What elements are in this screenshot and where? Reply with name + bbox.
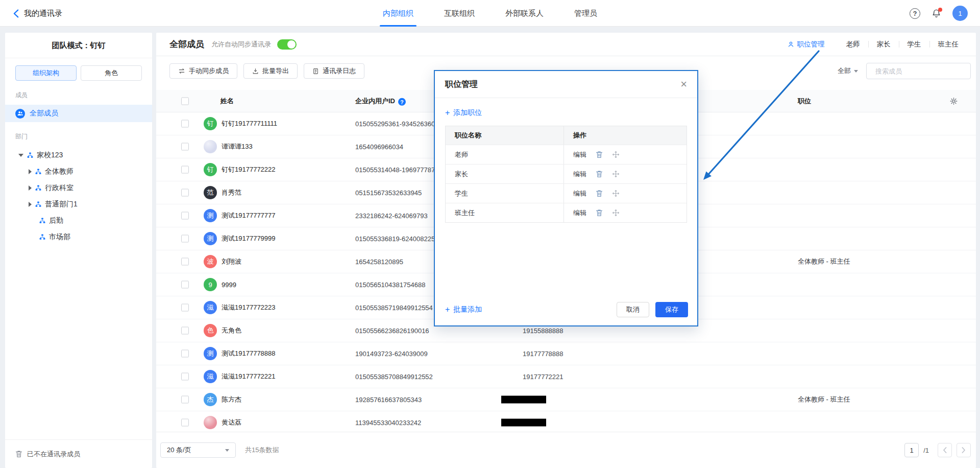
caret-right-icon[interactable] bbox=[29, 185, 32, 191]
caret-right-icon[interactable] bbox=[29, 169, 32, 174]
tree-item-1[interactable]: 家校123 bbox=[5, 147, 152, 163]
position-manage-link[interactable]: 职位管理 bbox=[788, 40, 825, 49]
edit-button[interactable]: 编辑 bbox=[573, 150, 586, 159]
tree-item-3[interactable]: 行政科室 bbox=[5, 180, 152, 196]
add-position-link[interactable]: + 添加职位 bbox=[445, 108, 482, 118]
segment-button-2[interactable]: 角色 bbox=[81, 65, 142, 81]
member-user-id: 1654258120895 bbox=[355, 258, 403, 266]
row-checkbox[interactable] bbox=[181, 373, 189, 381]
back-button[interactable]: 我的通讯录 bbox=[13, 0, 62, 27]
position-row: 班主任编辑 bbox=[446, 203, 687, 222]
segment-button-1[interactable]: 组织架构 bbox=[15, 65, 77, 81]
caret-right-icon[interactable] bbox=[29, 202, 32, 207]
tab-4[interactable]: 管理员 bbox=[574, 0, 597, 27]
col-position-name: 职位名称 bbox=[446, 126, 564, 145]
sidebar-item-all-members[interactable]: 全部成员 bbox=[5, 105, 152, 122]
position-tag-1[interactable]: 老师 bbox=[838, 40, 868, 49]
tree-item-2[interactable]: 全体教师 bbox=[5, 163, 152, 180]
position-name: 老师 bbox=[446, 145, 564, 164]
page-title: 全部成员 bbox=[169, 38, 204, 50]
close-icon[interactable]: × bbox=[680, 79, 687, 90]
position-row: 老师编辑 bbox=[446, 145, 687, 164]
row-checkbox[interactable] bbox=[181, 235, 189, 243]
toolbar-button-2[interactable]: 批量导出 bbox=[243, 63, 298, 79]
row-checkbox[interactable] bbox=[181, 258, 189, 266]
team-mode-title: 团队模式：钉钉 bbox=[5, 33, 152, 51]
page-size-select[interactable]: 20 条/页 bbox=[160, 442, 236, 458]
sync-toggle[interactable] bbox=[277, 39, 297, 50]
row-checkbox[interactable] bbox=[181, 120, 189, 128]
org-chart-icon bbox=[39, 234, 45, 240]
trash-icon[interactable] bbox=[596, 170, 603, 178]
row-checkbox[interactable] bbox=[181, 281, 189, 289]
col-position: 职位 bbox=[798, 97, 811, 106]
modal-footer: + 批量添加 取消 保存 bbox=[435, 294, 697, 325]
position-tag-3[interactable]: 学生 bbox=[899, 40, 929, 49]
sidebar: 团队模式：钉钉 组织架构角色 成员 全部成员 部门 家校123全体教师行政科室普… bbox=[5, 33, 152, 468]
member-user-id: 015055295361-934526360 bbox=[355, 120, 435, 128]
tree-item-label: 全体教师 bbox=[45, 167, 74, 176]
search-input[interactable] bbox=[875, 67, 965, 75]
prev-page-button[interactable] bbox=[938, 443, 952, 457]
batch-add-link[interactable]: + 批量添加 bbox=[445, 305, 482, 314]
member-name: 9999 bbox=[222, 281, 236, 289]
edit-button[interactable]: 编辑 bbox=[573, 208, 586, 218]
user-avatar[interactable]: 1 bbox=[952, 6, 968, 21]
row-checkbox[interactable] bbox=[181, 189, 189, 197]
tab-3[interactable]: 外部联系人 bbox=[505, 0, 544, 27]
filter-all-dropdown[interactable]: 全部 bbox=[838, 66, 858, 76]
row-checkbox[interactable] bbox=[181, 327, 189, 335]
removed-members-label: 已不在通讯录成员 bbox=[27, 450, 80, 459]
checkbox-icon bbox=[181, 419, 189, 427]
tab-2[interactable]: 互联组织 bbox=[444, 0, 475, 27]
position-tag-2[interactable]: 家长 bbox=[869, 40, 899, 49]
edit-button[interactable]: 编辑 bbox=[573, 170, 586, 179]
position-table-header: 职位名称 操作 bbox=[446, 126, 687, 145]
removed-members-entry[interactable]: 已不在通讯录成员 bbox=[5, 439, 152, 468]
download-icon bbox=[252, 68, 259, 75]
trash-icon[interactable] bbox=[596, 209, 603, 217]
search-box bbox=[866, 63, 971, 79]
table-row: 滋滋滋1917777222101505538570884991255219177… bbox=[156, 365, 976, 388]
panel-title-row: 全部成员 允许自动同步通讯录 职位管理 老师家长学生班主任 bbox=[156, 33, 976, 56]
avatar bbox=[204, 140, 217, 153]
trash-icon[interactable] bbox=[596, 151, 603, 158]
row-checkbox[interactable] bbox=[181, 143, 189, 151]
tree-item-5[interactable]: 后勤 bbox=[5, 213, 152, 229]
row-checkbox[interactable] bbox=[181, 350, 189, 358]
cancel-button[interactable]: 取消 bbox=[617, 302, 649, 317]
move-icon[interactable] bbox=[612, 209, 620, 217]
trash-icon[interactable] bbox=[596, 190, 603, 197]
caret-down-icon[interactable] bbox=[18, 154, 23, 157]
tree-item-4[interactable]: 普通部门1 bbox=[5, 196, 152, 213]
row-checkbox[interactable] bbox=[181, 166, 189, 174]
column-settings-gear-icon[interactable] bbox=[950, 97, 958, 105]
row-checkbox[interactable] bbox=[181, 304, 189, 312]
move-icon[interactable] bbox=[612, 151, 620, 158]
move-icon[interactable] bbox=[612, 190, 620, 197]
select-all-checkbox[interactable] bbox=[181, 97, 189, 105]
toolbar-button-1[interactable]: 手动同步成员 bbox=[169, 63, 237, 79]
position-tag-4[interactable]: 班主任 bbox=[930, 40, 967, 49]
next-page-button[interactable] bbox=[957, 443, 971, 457]
notification-bell-icon[interactable] bbox=[932, 9, 941, 18]
tree-item-label: 普通部门1 bbox=[45, 200, 78, 209]
save-button[interactable]: 保存 bbox=[655, 302, 688, 317]
page-number-input[interactable]: 1 bbox=[904, 443, 919, 457]
edit-button[interactable]: 编辑 bbox=[573, 189, 586, 198]
col-action: 操作 bbox=[564, 126, 687, 145]
help-badge-icon[interactable]: ? bbox=[398, 98, 406, 106]
avatar: 波 bbox=[204, 255, 217, 268]
row-checkbox[interactable] bbox=[181, 419, 189, 427]
row-checkbox[interactable] bbox=[181, 212, 189, 220]
member-user-id: 1901493723-624039009 bbox=[355, 350, 428, 358]
row-checkbox[interactable] bbox=[181, 396, 189, 404]
move-icon[interactable] bbox=[612, 170, 620, 178]
pager: 1 /1 bbox=[904, 443, 971, 457]
toolbar-button-3[interactable]: 通讯录日志 bbox=[304, 63, 364, 79]
tree-item-6[interactable]: 市场部 bbox=[5, 229, 152, 245]
title-right-cluster: 职位管理 老师家长学生班主任 bbox=[788, 40, 967, 49]
tab-1[interactable]: 内部组织 bbox=[383, 0, 413, 27]
help-icon[interactable]: ? bbox=[910, 8, 920, 19]
topbar: 我的通讯录 内部组织互联组织外部联系人管理员 ? 1 bbox=[0, 0, 980, 27]
